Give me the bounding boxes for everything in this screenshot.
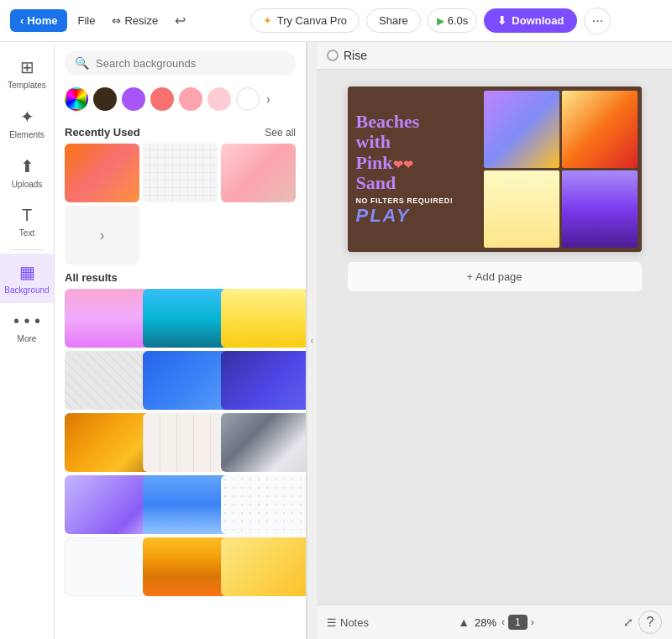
panel-scroll-area: Recently Used See all › All results [55,119,306,639]
next-page-button[interactable]: › [531,616,534,628]
star-icon: ✦ [263,14,272,27]
notes-label: Notes [340,616,369,629]
bg-result-15[interactable] [221,537,306,596]
sidebar-item-elements[interactable]: ✦ Elements [0,98,54,148]
canvas-image[interactable]: BeacheswithPink❤❤Sand NO FILTERS REQUIRE… [348,86,642,252]
sidebar-item-more[interactable]: • • • More [0,303,54,352]
sidebar-text-label: Text [19,228,34,238]
recently-used-header: Recently Used See all [65,126,296,139]
home-label: Home [27,14,57,27]
resize-label: Resize [124,14,158,27]
sidebar-item-templates[interactable]: ⊞ Templates [0,49,54,98]
elements-icon: ✦ [20,107,34,127]
try-pro-label: Try Canva Pro [277,14,347,27]
bg-result-6[interactable] [221,351,306,410]
download-icon: ⬇ [497,14,507,27]
pink-swatch[interactable] [150,87,174,111]
expand-button[interactable]: ⤢ [623,615,633,629]
light-pink-swatch[interactable] [179,87,202,111]
download-label: Download [512,14,564,27]
main-layout: ⊞ Templates ✦ Elements ⬆ Uploads T Text … [0,42,672,639]
panel-collapse-handle[interactable]: ‹ [307,42,317,639]
add-page-label: + Add page [466,270,522,283]
soft-pink-swatch[interactable] [207,87,231,111]
bg-result-12[interactable] [221,475,306,534]
all-results-header: All results [65,271,296,284]
more-icon: • • • [13,312,40,331]
photo-strip-top [484,91,638,168]
multi-color-swatch[interactable] [65,87,88,111]
help-button[interactable]: ? [638,610,662,634]
topbar: ‹ Home File ⇔ Resize ↩ ✦ Try Canva Pro S… [0,0,672,42]
uploads-icon: ⬆ [20,156,34,176]
file-label: File [77,14,95,27]
ellipsis-icon: ··· [592,13,603,29]
chevron-right-icon: › [100,227,105,244]
more-options-button[interactable]: ··· [584,8,611,34]
recent-item-3[interactable] [221,144,296,202]
white-swatch[interactable] [236,87,260,111]
search-input[interactable] [96,57,286,70]
bg-result-3[interactable] [221,289,306,348]
canvas-area: Rise ⧉ + BeacheswithPink❤❤Sand NO FILTER… [317,42,672,639]
sidebar-templates-label: Templates [8,81,46,90]
canvas-scroll-area[interactable]: ⧉ + BeacheswithPink❤❤Sand NO FILTERS REQ… [317,70,672,605]
all-results-title: All results [65,271,118,284]
topbar-center: ✦ Try Canva Pro Share ▶ 6.0s ⬇ Download … [250,8,612,34]
photo-collage [480,86,642,252]
prev-page-button[interactable]: ‹ [501,616,505,628]
recent-item-1[interactable] [65,144,139,202]
share-label: Share [379,14,408,27]
search-box[interactable]: 🔍 [65,50,296,76]
chevron-left-icon: ‹ [20,14,24,27]
design-sub-text: NO FILTERS REQUIRED! [356,196,454,205]
try-pro-button[interactable]: ✦ Try Canva Pro [250,8,360,33]
photo-beach-walk [562,170,638,248]
share-button[interactable]: Share [366,8,421,33]
swatches-next-button[interactable]: › [266,92,270,106]
dark-brown-swatch[interactable] [93,87,117,111]
all-results-grid [65,289,296,596]
notes-button[interactable]: ☰ Notes [327,616,369,629]
home-button[interactable]: ‹ Home [10,9,67,32]
sidebar-item-background[interactable]: ▦ Background [0,254,54,303]
file-button[interactable]: File [71,11,102,30]
purple-swatch[interactable] [122,87,145,111]
canvas-frame: ⧉ + BeacheswithPink❤❤Sand NO FILTERS REQ… [348,86,642,252]
sidebar-background-label: Background [4,285,49,295]
canvas-topbar: Rise [317,42,672,70]
zoom-out-button[interactable]: ▲ [458,615,470,629]
recently-used-grid: › [65,144,296,265]
photo-strip-bottom [484,170,638,248]
collapse-icon: ‹ [311,336,313,345]
canvas-bottombar: ☰ Notes ▲ 28% ‹ 1 › ⤢ ? [317,605,672,639]
timer-label: 6.0s [448,14,469,27]
bg-result-9[interactable] [221,413,306,472]
color-swatches-row: › [55,84,306,119]
sidebar-item-text[interactable]: T Text [0,197,54,246]
see-all-link[interactable]: See all [265,127,296,139]
design-main-text: BeacheswithPink❤❤Sand [356,112,454,193]
resize-button[interactable]: ⇔ Resize [105,11,165,30]
text-icon: T [22,206,32,225]
design-play-text: PLAY [356,205,454,227]
download-button[interactable]: ⬇ Download [484,8,577,33]
bottom-right-controls: ⤢ ? [623,610,662,634]
canvas-title: Rise [344,49,367,62]
sidebar-item-uploads[interactable]: ⬆ Uploads [0,148,54,197]
sidebar-divider [10,249,44,250]
panel-search-area: 🔍 [55,42,306,84]
recent-item-2[interactable] [143,144,218,202]
canvas-title-area: Rise [327,49,367,62]
undo-button[interactable]: ↩ [168,9,192,32]
photo-floral [484,170,559,248]
play-icon: ▶ [437,15,444,27]
search-icon: 🔍 [75,56,89,70]
timer-button[interactable]: ▶ 6.0s [428,8,478,33]
add-page-button[interactable]: + Add page [348,262,642,291]
page-nav: ‹ 1 › [501,615,534,630]
notes-icon: ☰ [327,616,337,629]
recent-next-button[interactable]: › [65,206,139,265]
page-indicator: 1 [508,615,528,630]
backgrounds-panel: 🔍 › Recently Used See all [55,42,307,639]
